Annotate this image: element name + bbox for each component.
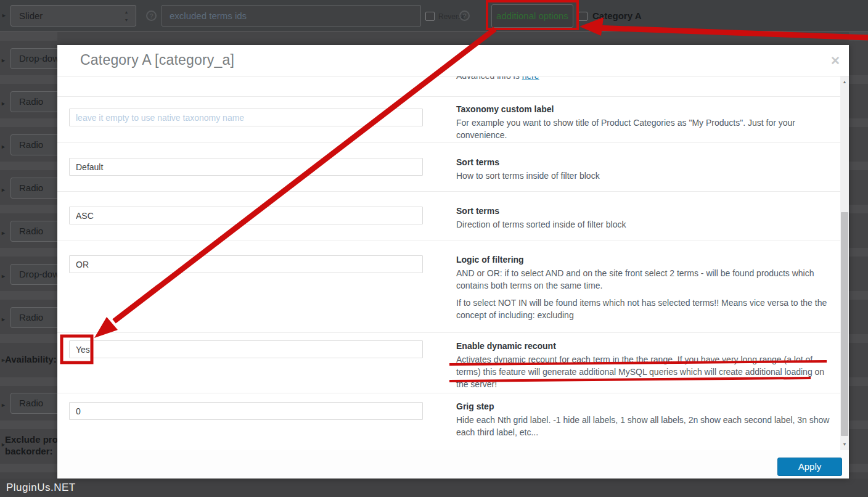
filter-type-select[interactable]: Radio bbox=[10, 91, 57, 112]
row-bullet-icon: ► bbox=[1, 317, 6, 322]
option-row-dynamic-recount: Enable dynamic recount Activates dynamic… bbox=[57, 333, 840, 393]
option-row-sort-terms: Sort terms How to sort terms inside of f… bbox=[57, 143, 840, 192]
option-description: How to sort terms inside of filter block bbox=[456, 170, 838, 182]
modal-scrollbar[interactable]: ▲ ▼ bbox=[840, 76, 849, 450]
row-bullet-icon: ► bbox=[1, 144, 6, 150]
availability-label: Availability: bbox=[5, 353, 57, 365]
filter-type-select[interactable]: Radio bbox=[10, 307, 57, 328]
logic-input[interactable] bbox=[69, 255, 423, 273]
taxonomy-custom-label-input[interactable] bbox=[69, 109, 423, 126]
filter-type-select[interactable]: Radio bbox=[10, 393, 57, 414]
option-row-intro: Advanced info is here bbox=[57, 76, 840, 97]
option-heading: Taxonomy custom label bbox=[456, 104, 838, 114]
option-heading: Enable dynamic recount bbox=[456, 341, 838, 351]
option-heading: Sort terms bbox=[456, 157, 838, 167]
filter-type-select[interactable]: Drop-down bbox=[10, 264, 57, 285]
option-description: AND or OR: if to select AND and on the s… bbox=[456, 267, 838, 292]
option-description: Direction of terms sorted inside of filt… bbox=[456, 218, 838, 231]
scroll-down-icon[interactable]: ▼ bbox=[840, 440, 849, 449]
dynamic-recount-input[interactable] bbox=[69, 340, 423, 358]
brand-text: PluginUs.NET bbox=[6, 482, 76, 493]
advanced-info-text: Advanced info is here bbox=[456, 76, 539, 81]
modal-body: Advanced info is here Taxonomy custom la… bbox=[57, 76, 849, 450]
row-bullet-icon: ► bbox=[1, 403, 6, 408]
option-description: If to select NOT IN will be found items … bbox=[456, 297, 838, 321]
help-icon[interactable]: ? bbox=[459, 10, 470, 21]
option-heading: Sort terms bbox=[456, 206, 838, 216]
option-heading: Grig step bbox=[456, 401, 838, 411]
background-right-edge bbox=[849, 32, 868, 479]
select-spinner-icon: ▲▼ bbox=[123, 8, 129, 24]
exclude-backorder-label: Exclude prodbackorder: bbox=[5, 433, 57, 457]
row-bullet-icon: ► bbox=[1, 274, 6, 279]
background-filter-list: ► Drop-down ► Radio ► Radio ► Radio ► Ra… bbox=[0, 32, 57, 479]
modal-header: Category A [category_a] ✕ bbox=[57, 45, 849, 76]
additional-options-button[interactable]: additional options bbox=[491, 4, 573, 28]
brand-footer-bar: PluginUs.NET bbox=[0, 479, 868, 497]
option-description: Activates dynamic recount for each term … bbox=[456, 353, 838, 390]
scrollbar-thumb[interactable] bbox=[841, 212, 848, 436]
option-heading: Logic of filtering bbox=[456, 255, 838, 265]
category-a-checkbox[interactable] bbox=[578, 12, 588, 21]
filter-type-select[interactable]: Radio bbox=[10, 178, 57, 199]
option-description: Hide each Nth grid label. -1 hide all la… bbox=[456, 414, 838, 438]
modal-title: Category A [category_a] bbox=[80, 52, 234, 68]
reverse-checkbox[interactable] bbox=[425, 12, 435, 21]
sort-direction-input[interactable] bbox=[69, 207, 423, 224]
category-options-modal: Category A [category_a] ✕ Advanced info … bbox=[57, 45, 849, 479]
grig-step-input[interactable] bbox=[69, 402, 423, 420]
row-bullet-icon: ► bbox=[1, 101, 6, 107]
option-row-sort-direction: Sort terms Direction of terms sorted ins… bbox=[57, 192, 840, 240]
filter-type-select[interactable]: Radio bbox=[10, 221, 57, 242]
filter-type-select[interactable]: Drop-down bbox=[10, 48, 57, 69]
scroll-up-icon[interactable]: ▲ bbox=[840, 78, 849, 86]
row-bullet-icon: ► bbox=[1, 58, 6, 64]
close-icon[interactable]: ✕ bbox=[827, 53, 843, 69]
option-row-logic: Logic of filtering AND or OR: if to sele… bbox=[57, 240, 840, 333]
option-row-grig-step: Grig step Hide each Nth grid label. -1 h… bbox=[57, 393, 840, 450]
filter-type-value: Slider bbox=[19, 10, 43, 21]
filter-item-row-slider: ► Slider ▲▼ ? excluded terms ids Reverse… bbox=[0, 0, 868, 31]
advanced-info-link[interactable]: here bbox=[522, 76, 539, 81]
filter-type-select[interactable]: Slider ▲▼ bbox=[10, 5, 136, 27]
row-bullet-icon: ► bbox=[1, 13, 7, 18]
sort-terms-input[interactable] bbox=[69, 158, 423, 176]
apply-button[interactable]: Apply bbox=[777, 458, 842, 476]
excluded-terms-input[interactable]: excluded terms ids bbox=[162, 5, 421, 27]
row-bullet-icon: ► bbox=[1, 187, 6, 193]
filter-type-select[interactable]: Radio bbox=[10, 134, 57, 155]
option-row-taxonomy-label: Taxonomy custom label For example you wa… bbox=[57, 97, 840, 143]
modal-footer: Apply bbox=[57, 450, 849, 479]
category-a-label: Category A bbox=[592, 10, 641, 21]
help-icon[interactable]: ? bbox=[146, 10, 157, 21]
row-bullet-icon: ► bbox=[1, 231, 6, 236]
option-description: For example you want to show title of Pr… bbox=[456, 117, 838, 141]
